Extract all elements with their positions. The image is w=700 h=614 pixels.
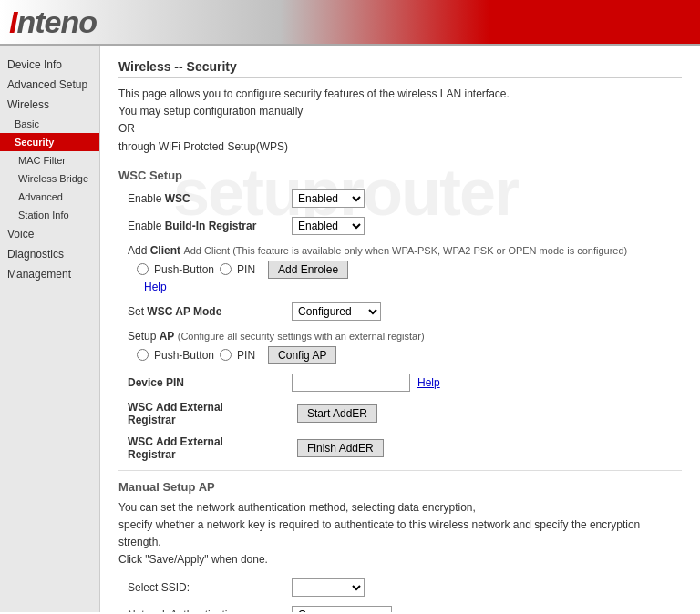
layout: Device Info Advanced Setup Wireless Basi… — [0, 46, 700, 612]
set-wsc-ap-label: Set WSC AP Mode — [128, 305, 292, 318]
sidebar-item-management[interactable]: Management — [0, 264, 99, 284]
network-auth-select[interactable]: Open Shared 802.1x WPA WPA-PSK WPA2 WPA2… — [292, 606, 392, 613]
description: This page allows you to configure securi… — [118, 86, 682, 156]
device-pin-row: Device PIN Help — [118, 374, 682, 392]
push-button-radio[interactable] — [137, 263, 149, 275]
add-client-label: Add Client Add Client (This feature is a… — [128, 244, 627, 257]
add-client-help-link[interactable]: Help — [144, 281, 167, 293]
setup-ap-radio-group: Push-Button PIN — [137, 349, 255, 362]
setup-ap-pin-label: PIN — [237, 349, 255, 362]
sidebar-item-wireless-bridge[interactable]: Wireless Bridge — [0, 169, 99, 188]
sidebar-item-basic[interactable]: Basic — [0, 115, 99, 133]
device-pin-input[interactable] — [292, 374, 410, 392]
setup-ap-push-button-radio[interactable] — [137, 349, 149, 361]
device-pin-label: Device PIN — [128, 376, 292, 389]
select-ssid-label: Select SSID: — [128, 581, 292, 594]
enable-wsc-label: Enable WSC — [128, 192, 292, 205]
wsc-add-external-start-label: WSC Add ExternalRegistrar — [128, 401, 292, 426]
start-adder-button[interactable]: Start AddER — [297, 404, 377, 423]
sidebar-item-station-info[interactable]: Station Info — [0, 206, 99, 224]
set-wsc-ap-row: Set WSC AP Mode Configured Unconfigured — [118, 302, 682, 321]
add-client-row: Add Client Add Client (This feature is a… — [118, 244, 682, 293]
enable-wsc-select[interactable]: Enabled Disabled — [292, 189, 365, 208]
setup-ap-row: Setup AP (Configure all security setting… — [118, 330, 682, 364]
finish-adder-button[interactable]: Finish AddER — [297, 439, 384, 457]
section-divider — [118, 470, 682, 471]
sidebar-item-voice[interactable]: Voice — [0, 224, 99, 244]
sidebar-item-mac-filter[interactable]: MAC Filter — [0, 151, 99, 169]
network-auth-row: Network Authentication: Open Shared 802.… — [118, 606, 682, 613]
enable-builtin-select[interactable]: Enabled Disabled — [292, 217, 365, 235]
wsc-add-external-finish-row: WSC Add ExternalRegistrar Finish AddER — [118, 435, 682, 461]
enable-builtin-label: Enable Build-In Registrar — [128, 220, 292, 232]
logo: Inteno — [9, 5, 97, 40]
add-enrolee-button[interactable]: Add Enrolee — [268, 261, 348, 279]
pin-radio[interactable] — [220, 263, 232, 275]
sidebar-item-device-info[interactable]: Device Info — [0, 55, 99, 75]
wsc-add-external-start-row: WSC Add ExternalRegistrar Start AddER — [118, 401, 682, 426]
push-button-label: Push-Button — [154, 263, 214, 276]
header: Inteno — [0, 0, 700, 46]
setup-ap-push-button-label: Push-Button — [154, 349, 214, 362]
sidebar-item-advanced[interactable]: Advanced — [0, 188, 99, 206]
sidebar-item-wireless[interactable]: Wireless — [0, 95, 99, 115]
set-wsc-ap-select[interactable]: Configured Unconfigured — [292, 302, 381, 321]
main-content: setuprouter Wireless -- Security This pa… — [100, 46, 700, 612]
sidebar-item-advanced-setup[interactable]: Advanced Setup — [0, 75, 99, 95]
device-pin-help-link[interactable]: Help — [417, 376, 440, 389]
sidebar: Device Info Advanced Setup Wireless Basi… — [0, 46, 100, 612]
select-ssid-select[interactable] — [292, 578, 365, 597]
wsc-section-title: WSC Setup — [118, 169, 682, 182]
setup-ap-label: Setup AP (Configure all security setting… — [128, 330, 425, 343]
add-client-radio-group: Push-Button PIN — [137, 263, 255, 276]
config-ap-button[interactable]: Config AP — [268, 346, 336, 364]
enable-builtin-row: Enable Build-In Registrar Enabled Disabl… — [118, 217, 682, 235]
network-auth-label: Network Authentication: — [128, 609, 292, 613]
wsc-add-external-finish-label: WSC Add ExternalRegistrar — [128, 435, 292, 461]
page-title: Wireless -- Security — [118, 59, 682, 78]
select-ssid-row: Select SSID: — [118, 578, 682, 597]
sidebar-item-security[interactable]: Security — [0, 133, 99, 151]
pin-label: PIN — [237, 263, 255, 276]
enable-wsc-row: Enable WSC Enabled Disabled — [118, 189, 682, 208]
sidebar-item-diagnostics[interactable]: Diagnostics — [0, 244, 99, 264]
manual-setup-desc: You can set the network authentication m… — [118, 499, 682, 569]
setup-ap-pin-radio[interactable] — [220, 349, 232, 361]
manual-setup-title: Manual Setup AP — [118, 480, 682, 494]
